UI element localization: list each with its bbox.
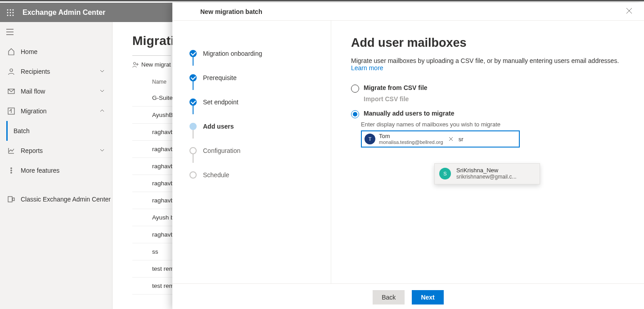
avatar: T xyxy=(365,134,375,144)
radio-icon-selected xyxy=(351,110,359,118)
hamburger-icon xyxy=(6,29,14,35)
svg-point-6 xyxy=(7,14,9,16)
table-row[interactable]: raghavb xyxy=(132,124,172,141)
panel-footer: Back Next xyxy=(172,283,644,309)
table-row[interactable]: test rem xyxy=(132,278,172,295)
chevron-down-icon xyxy=(99,147,105,155)
mailbox-input-hint: Enter display names of mailboxes you wis… xyxy=(361,121,624,128)
back-button[interactable]: Back xyxy=(373,290,405,305)
remove-chip-button[interactable] xyxy=(448,134,454,143)
close-button[interactable] xyxy=(623,4,635,19)
step-set-endpoint[interactable]: Set endpoint xyxy=(189,90,320,114)
svg-point-3 xyxy=(7,12,9,13)
table-row[interactable]: raghavb xyxy=(132,158,172,175)
mailbox-picker-input[interactable]: T Tom monalisa.testing@bellred.org xyxy=(361,130,520,148)
learn-more-link[interactable]: Learn more xyxy=(351,64,383,72)
reports-icon xyxy=(6,147,16,154)
nav-reports[interactable]: Reports xyxy=(0,141,112,161)
panel-header: New migration batch xyxy=(172,3,644,21)
radio-icon xyxy=(351,85,359,93)
new-migration-batch-link[interactable]: New migrat xyxy=(132,61,172,68)
radio-csv[interactable]: Migrate from CSV file xyxy=(351,84,624,93)
svg-point-7 xyxy=(10,14,11,16)
main-description: Migrate user mailboxes by uploading a CS… xyxy=(351,57,624,72)
close-icon xyxy=(449,137,453,141)
import-csv-label: Import CSV file xyxy=(364,95,624,103)
column-header-name: Name xyxy=(152,79,172,85)
svg-point-17 xyxy=(11,172,12,173)
radio-manual[interactable]: Manually add users to migrate xyxy=(351,110,624,118)
step-configuration[interactable]: Configuration xyxy=(189,139,320,163)
migration-panel: New migration batch Migration onboarding… xyxy=(172,3,644,309)
mail-icon xyxy=(6,88,16,95)
nav-home[interactable]: Home xyxy=(0,42,112,62)
background-content: Migrati New migrat Name G-SuiteAyushBrag… xyxy=(113,22,172,309)
close-icon xyxy=(626,8,632,14)
chevron-down-icon xyxy=(99,87,105,95)
home-icon xyxy=(6,48,16,55)
nav-migration[interactable]: Migration xyxy=(0,101,112,121)
nav-recipients[interactable]: Recipients xyxy=(0,62,112,81)
table-row[interactable]: Ayush b xyxy=(132,209,172,226)
panel-main: Add user mailboxes Migrate user mailboxe… xyxy=(331,21,644,283)
svg-rect-18 xyxy=(8,197,12,202)
add-person-icon xyxy=(132,62,139,68)
next-button[interactable]: Next xyxy=(412,290,443,305)
app-launcher-button[interactable] xyxy=(0,3,21,22)
nav-collapse-button[interactable] xyxy=(0,22,112,42)
nav-batch[interactable]: Batch xyxy=(6,121,112,141)
divider xyxy=(132,55,171,56)
mailbox-text-input[interactable] xyxy=(456,134,501,144)
user-chip-tom: T Tom monalisa.testing@bellred.org xyxy=(364,132,456,146)
step-add-users[interactable]: Add users xyxy=(189,114,320,139)
table-row[interactable]: ss xyxy=(132,243,172,260)
left-nav: Home Recipients Mail flow Migration Batc… xyxy=(0,22,113,309)
chevron-up-icon xyxy=(99,107,105,115)
table-row[interactable]: raghavb xyxy=(132,141,172,158)
table-row[interactable]: raghavb xyxy=(132,226,172,243)
step-prerequisite[interactable]: Prerequisite xyxy=(189,66,320,90)
svg-point-5 xyxy=(13,12,14,13)
main-heading: Add user mailboxes xyxy=(351,36,624,50)
nav-classic-eac[interactable]: Classic Exchange Admin Center xyxy=(0,189,112,209)
chevron-down-icon xyxy=(99,67,105,76)
svg-point-1 xyxy=(10,9,11,10)
migration-icon xyxy=(6,107,16,115)
nav-mailflow[interactable]: Mail flow xyxy=(0,81,112,101)
svg-point-20 xyxy=(134,62,136,64)
table-row[interactable]: AyushB xyxy=(132,107,172,124)
table-row[interactable]: G-Suite xyxy=(132,90,172,107)
table-row[interactable]: raghavb xyxy=(132,192,172,209)
svg-point-0 xyxy=(7,9,9,10)
svg-point-15 xyxy=(11,168,12,169)
classic-icon xyxy=(6,196,16,203)
wizard-steps: Migration onboarding Prerequisite Set en… xyxy=(172,21,331,283)
svg-point-4 xyxy=(10,12,11,13)
svg-point-2 xyxy=(13,9,14,10)
avatar: S xyxy=(439,168,451,179)
page-title: Migrati xyxy=(132,34,172,48)
step-schedule[interactable]: Schedule xyxy=(189,163,320,187)
brand-title: Exchange Admin Center xyxy=(21,9,105,17)
svg-point-8 xyxy=(13,14,14,16)
table-row[interactable]: test rem xyxy=(132,260,172,278)
table-row[interactable]: raghavb xyxy=(132,175,172,192)
ellipsis-icon xyxy=(6,167,16,174)
nav-more-features[interactable]: More features xyxy=(0,161,112,180)
person-icon xyxy=(6,68,16,75)
step-onboarding[interactable]: Migration onboarding xyxy=(189,41,320,66)
svg-point-16 xyxy=(11,170,12,171)
svg-point-12 xyxy=(10,69,13,72)
suggestion-dropdown-item[interactable]: S SriKrishna_New srikrishnanew@gmail.c..… xyxy=(434,163,540,184)
waffle-icon xyxy=(7,9,14,16)
svg-rect-19 xyxy=(13,198,14,201)
panel-title: New migration batch xyxy=(200,8,262,15)
